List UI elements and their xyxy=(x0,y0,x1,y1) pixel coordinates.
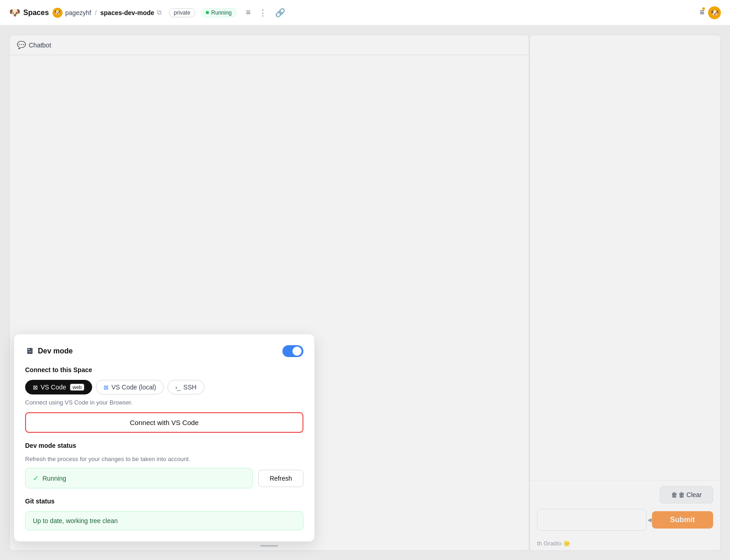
tab-vscode-web-badge: web xyxy=(70,384,84,391)
tab-ssh-label: SSH xyxy=(183,384,197,391)
running-badge: Running xyxy=(201,8,237,17)
tab-ssh[interactable]: ›_ SSH xyxy=(167,380,204,394)
more-options-icon[interactable]: ⋮ xyxy=(257,6,269,20)
devmode-icon: 🖥 xyxy=(25,347,33,356)
tab-vscode-local-label: VS Code (local) xyxy=(111,384,156,391)
user-avatar: 🐶 xyxy=(52,8,63,18)
status-dot xyxy=(206,11,209,14)
spaces-logo[interactable]: 🐶 Spaces xyxy=(9,7,49,18)
path-separator: / xyxy=(95,9,97,16)
copy-icon[interactable]: ⧉ xyxy=(157,9,162,16)
main-content: 💬 Chatbot 🗑 🗑 Clear ◀ Submit th G xyxy=(0,26,730,560)
tab-group: ⊠ VS Code web ⊠ VS Code (local) ›_ SSH xyxy=(25,380,303,394)
navbar-right: ≡ 🐶 xyxy=(699,6,721,19)
navbar-icons: ≡ ⋮ 🔗 xyxy=(244,6,287,20)
repo-name: spaces-dev-mode xyxy=(100,9,154,16)
logo-text: Spaces xyxy=(23,9,49,17)
devmode-label: Dev mode xyxy=(38,347,73,355)
tab-vscode-local[interactable]: ⊠ VS Code (local) xyxy=(96,380,164,394)
status-section: Dev mode status Refresh the process for … xyxy=(25,442,303,488)
username: pagezyhf xyxy=(65,9,91,16)
logo-emoji: 🐶 xyxy=(9,7,21,18)
list-icon[interactable]: ≡ xyxy=(244,6,253,19)
status-running-indicator: ✓ Running xyxy=(25,468,253,488)
status-description: Refresh the process for your changes to … xyxy=(25,456,303,462)
tab-vscode-web-label: VS Code xyxy=(41,384,66,391)
private-badge: private xyxy=(169,8,195,17)
link-icon[interactable]: 🔗 xyxy=(273,6,287,20)
notification-badge xyxy=(702,7,705,10)
vscode-web-icon: ⊠ xyxy=(33,384,38,391)
notification-icon[interactable]: ≡ xyxy=(699,8,704,17)
user-info[interactable]: 🐶 pagezyhf / spaces-dev-mode ⧉ xyxy=(52,8,162,18)
devmode-panel: 🖥 Dev mode Connect to this Space ⊠ VS Co… xyxy=(14,334,315,542)
check-icon: ✓ xyxy=(33,474,39,482)
toggle-slider xyxy=(282,345,303,357)
status-row: ✓ Running Refresh xyxy=(25,468,303,488)
tab-vscode-web[interactable]: ⊠ VS Code web xyxy=(25,380,92,394)
connect-description: Connect using VS Code in your Browser. xyxy=(25,399,303,406)
devmode-title: 🖥 Dev mode xyxy=(25,347,73,356)
devmode-header: 🖥 Dev mode xyxy=(25,345,303,357)
git-section-title: Git status xyxy=(25,498,303,505)
git-section: Git status Up to date, working tree clea… xyxy=(25,498,303,530)
ssh-icon: ›_ xyxy=(175,384,181,391)
devmode-toggle[interactable] xyxy=(282,345,303,357)
user-profile-avatar[interactable]: 🐶 xyxy=(708,6,721,19)
git-status-box: Up to date, working tree clean xyxy=(25,511,303,530)
connect-section: Connect to this Space ⊠ VS Code web ⊠ VS… xyxy=(25,366,303,433)
vscode-local-icon: ⊠ xyxy=(104,384,109,391)
connect-section-title: Connect to this Space xyxy=(25,366,303,373)
connect-vscode-button[interactable]: Connect with VS Code xyxy=(25,412,303,433)
status-section-title: Dev mode status xyxy=(25,442,303,449)
refresh-button[interactable]: Refresh xyxy=(258,470,303,487)
navbar: 🐶 Spaces 🐶 pagezyhf / spaces-dev-mode ⧉ … xyxy=(0,0,730,26)
git-status-label: Up to date, working tree clean xyxy=(33,517,118,524)
navbar-left: 🐶 Spaces 🐶 pagezyhf / spaces-dev-mode ⧉ … xyxy=(9,6,699,20)
status-running-label: Running xyxy=(42,475,66,482)
